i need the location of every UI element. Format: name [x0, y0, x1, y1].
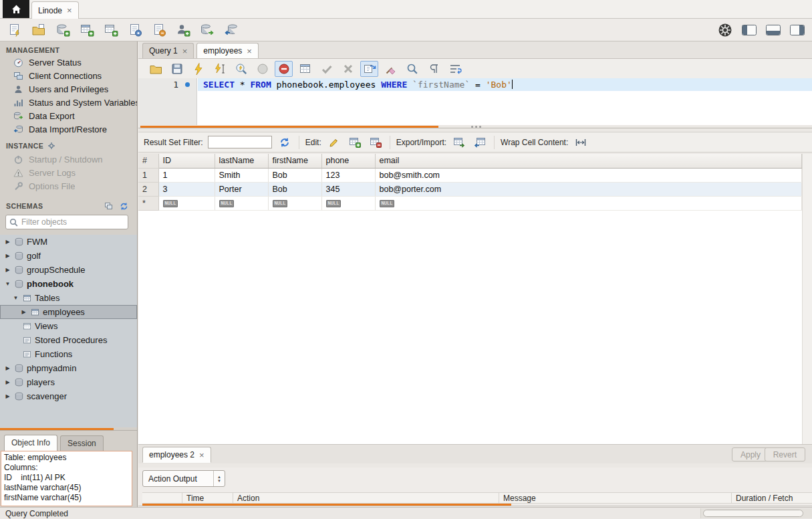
selector-stepper[interactable]: ▲▼ — [213, 471, 225, 486]
wrap-cell-content-button[interactable] — [573, 135, 589, 150]
cell-phone[interactable]: 123 — [321, 168, 375, 182]
execute-current-statement-button[interactable] — [211, 61, 229, 77]
create-procedure-button[interactable] — [126, 21, 144, 39]
limit-rows-button[interactable] — [296, 61, 314, 77]
cell-email[interactable]: bob@smith.com — [375, 168, 802, 182]
row-number-cell[interactable]: * — [138, 196, 158, 210]
cell-null[interactable]: NULL — [158, 196, 215, 210]
cell-firstname[interactable]: Bob — [268, 168, 321, 182]
cell-null[interactable]: NULL — [215, 196, 268, 210]
sql-editor[interactable]: 1 SELECT * FROM phonebook.employees WHER… — [138, 78, 812, 125]
save-script-button[interactable] — [168, 61, 186, 77]
column-header-lastname[interactable]: lastName — [215, 154, 268, 168]
expander-icon[interactable]: ▼ — [4, 281, 11, 287]
sidebar-item-options-file[interactable]: Options File — [0, 179, 137, 193]
toggle-left-sidebar-button[interactable] — [740, 21, 759, 39]
tree-item-fwm[interactable]: ▶FWM — [0, 235, 137, 249]
column-header-phone[interactable]: phone — [321, 154, 375, 168]
sidebar-item-startup-shutdown[interactable]: Startup / Shutdown — [0, 152, 137, 166]
horizontal-scrollbar-track[interactable] — [700, 508, 812, 518]
horizontal-scrollbar-thumb[interactable] — [703, 510, 803, 517]
sidebar-item-client-connections[interactable]: Client Connections — [0, 69, 137, 82]
log-column-icon[interactable] — [142, 493, 182, 503]
column-header-rownum[interactable]: # — [138, 154, 158, 168]
column-header-email[interactable]: email — [375, 154, 802, 168]
tree-item-phpmyadmin[interactable]: ▶phpmyadmin — [0, 361, 137, 375]
tree-item-stored-procedures[interactable]: Stored Procedures — [0, 333, 137, 347]
row-number-cell[interactable]: 2 — [138, 182, 158, 196]
export-recordset-button[interactable] — [451, 135, 467, 150]
toggle-stop-on-error-button[interactable] — [275, 61, 293, 77]
tree-item-scavenger[interactable]: ▶scavenger — [0, 389, 137, 403]
tree-item-groupschedule[interactable]: ▶groupSchedule — [0, 263, 137, 277]
tree-item-phonebook[interactable]: ▼phonebook — [0, 277, 137, 291]
sidebar-item-server-logs[interactable]: Server Logs — [0, 166, 137, 179]
apply-button[interactable]: Apply — [732, 447, 769, 461]
sql-code-line[interactable]: SELECT * FROM phonebook.employees WHERE … — [203, 80, 513, 90]
connection-tab[interactable]: Linode × — [31, 1, 79, 19]
sidebar-item-server-status[interactable]: Server Status — [0, 56, 137, 69]
sidebar-item-data-import[interactable]: Data Import/Restore — [0, 122, 137, 136]
cell-phone[interactable]: 345 — [321, 182, 375, 196]
explain-plan-button[interactable] — [232, 61, 250, 77]
cell-lastname[interactable]: Porter — [215, 182, 268, 196]
edit-cell-button[interactable] — [326, 135, 342, 150]
cell-lastname[interactable]: Smith — [215, 168, 268, 182]
tab-query-1[interactable]: Query 1× — [142, 43, 194, 58]
dba-badge-button[interactable] — [716, 21, 734, 39]
log-column-time[interactable]: Time — [182, 493, 233, 503]
sidebar-splitter[interactable] — [0, 427, 137, 431]
log-column-message[interactable]: Message — [499, 493, 732, 503]
create-view-button[interactable] — [102, 21, 120, 39]
insert-row-button[interactable] — [347, 135, 363, 150]
tree-item-functions[interactable]: Functions — [0, 347, 137, 361]
expander-icon[interactable]: ▶ — [4, 393, 11, 399]
cell-null[interactable]: NULL — [375, 196, 802, 210]
result-filter-input[interactable] — [208, 136, 272, 148]
create-user-button[interactable] — [174, 21, 192, 39]
close-icon[interactable]: × — [67, 6, 72, 15]
editor-results-splitter[interactable] — [138, 125, 812, 129]
close-icon[interactable]: × — [247, 47, 252, 56]
create-function-button[interactable] — [150, 21, 168, 39]
toggle-invisible-characters-button[interactable] — [424, 61, 442, 77]
create-schema-button[interactable] — [53, 21, 72, 39]
stepper-down-icon[interactable]: ▼ — [217, 479, 221, 483]
tab-employees-2[interactable]: employees 2× — [142, 447, 211, 463]
cell-firstname[interactable]: Bob — [268, 182, 321, 196]
cell-id[interactable]: 3 — [158, 182, 215, 196]
output-selector[interactable]: Action Output ▲▼ — [142, 470, 225, 487]
import-recordset-button[interactable] — [472, 135, 488, 150]
refresh-results-button[interactable] — [277, 135, 293, 150]
column-header-firstname[interactable]: firstName — [268, 154, 321, 168]
open-sql-file-button[interactable] — [146, 61, 164, 77]
instance-config-icon[interactable] — [47, 142, 55, 150]
cell-null[interactable]: NULL — [321, 196, 375, 210]
close-icon[interactable]: × — [199, 451, 205, 459]
tab-session[interactable]: Session — [60, 435, 104, 451]
cell-email[interactable]: bob@porter.com — [375, 182, 802, 196]
data-export-button[interactable] — [198, 21, 217, 39]
sidebar-item-data-export[interactable]: Data Export — [0, 109, 137, 122]
toggle-right-sidebar-button[interactable] — [788, 21, 807, 39]
commit-button[interactable] — [317, 61, 335, 77]
log-column-duration[interactable]: Duration / Fetch — [732, 493, 812, 503]
home-button[interactable] — [3, 0, 29, 18]
find-button[interactable] — [403, 61, 421, 77]
stop-query-button[interactable] — [253, 61, 271, 77]
tree-item-golf[interactable]: ▶golf — [0, 249, 137, 263]
log-column-action[interactable]: Action — [233, 493, 499, 503]
rollback-button[interactable] — [339, 61, 357, 77]
create-table-button[interactable] — [78, 21, 96, 39]
expander-icon[interactable]: ▶ — [20, 309, 27, 315]
toggle-word-wrap-button[interactable] — [446, 61, 464, 77]
tab-object-info[interactable]: Object Info — [4, 435, 57, 451]
result-grid-vertical-scrollbar[interactable] — [802, 154, 812, 444]
toggle-autocommit-button[interactable] — [360, 61, 378, 77]
refresh-schemas-icon[interactable] — [120, 202, 128, 211]
new-query-tab-button[interactable] — [5, 21, 24, 39]
data-import-button[interactable] — [222, 21, 241, 39]
cell-null[interactable]: NULL — [268, 196, 321, 210]
expander-icon[interactable]: ▶ — [4, 267, 11, 273]
tree-item-tables[interactable]: ▼Tables — [0, 291, 137, 305]
